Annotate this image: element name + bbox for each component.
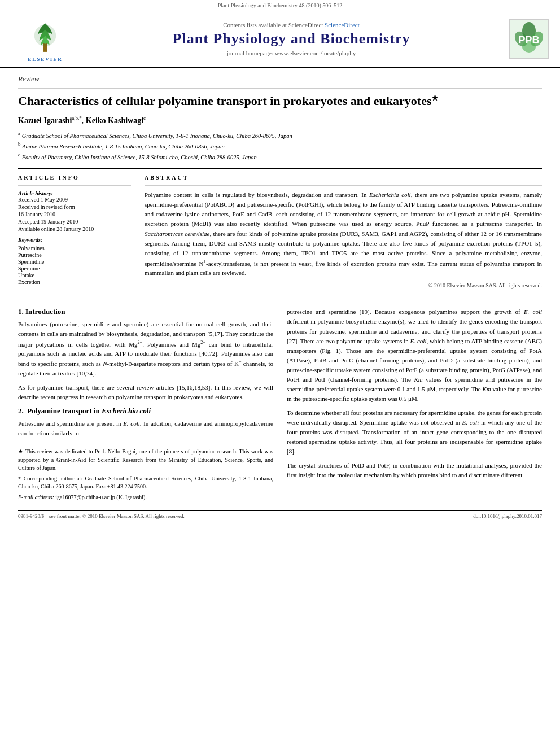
- author-igarashi: Kazuei Igarashi: [18, 116, 72, 125]
- right-p3: The crystal structures of PotD and PotF,…: [287, 461, 542, 480]
- keyword-1: Putrescine: [18, 252, 131, 258]
- title-divider: [18, 88, 542, 89]
- copyright-notice: © 2010 Elsevier Masson SAS. All rights r…: [145, 282, 542, 289]
- section-type-label: Review: [18, 75, 542, 84]
- info-abstract-cols: ARTICLE INFO Article history: Received 1…: [18, 174, 542, 289]
- keyword-4: Uptake: [18, 272, 131, 278]
- affiliation-b: b Amine Pharma Research Institute, 1-8-1…: [18, 141, 542, 151]
- affil-sup-c: c: [143, 115, 146, 121]
- section2-p1: Putrescine and spermidine are present in…: [18, 419, 273, 438]
- abstract-title: ABSTRACT: [145, 174, 542, 181]
- issn-text: 0981-9428/$ – see front matter © 2010 El…: [18, 513, 185, 519]
- elsevier-logo: ELSEVIER: [11, 16, 79, 62]
- content-divider: [18, 168, 542, 169]
- bottom-bar: 0981-9428/$ – see front matter © 2010 El…: [18, 510, 542, 519]
- right-p1: putrescine and spermidine [19]. Because …: [287, 307, 542, 403]
- body-divider: [18, 298, 542, 298]
- journal-header-center: Contents lists available at ScienceDirec…: [79, 21, 504, 56]
- article-info-col: ARTICLE INFO Article history: Received 1…: [18, 174, 131, 289]
- doi-text: doi:10.1016/j.plaphy.2010.01.017: [473, 513, 542, 519]
- footnote-email: E-mail address: iga16077@p.chiba-u.ac.jp…: [18, 493, 273, 502]
- body-col-left: 1. Introduction Polyamines (putrescine, …: [18, 307, 273, 504]
- footnote-0: ★ This review was dedicated to Prof. Nel…: [18, 448, 273, 473]
- footnote-1: * Corresponding author at: Graduate Scho…: [18, 475, 273, 491]
- article-history: Article history: Received 1 May 2009 Rec…: [18, 190, 131, 232]
- keyword-5: Excretion: [18, 279, 131, 285]
- main-content: Review Characteristics of cellular polya…: [0, 68, 560, 530]
- authors-line: Kazuei Igarashia,b,*, Keiko Kashiwagic: [18, 115, 542, 125]
- right-p2: To determine whether all four proteins a…: [287, 408, 542, 456]
- sciencedirect-link[interactable]: ScienceDirect: [325, 21, 360, 28]
- affiliations: a Graduate School of Pharmaceutical Scie…: [18, 130, 542, 162]
- abstract-col: ABSTRACT Polyamine content in cells is r…: [145, 174, 542, 289]
- keywords-label: Keywords:: [18, 237, 131, 243]
- sciencedirect-label: Contents lists available at ScienceDirec…: [79, 21, 504, 28]
- history-row-2: 16 January 2010: [18, 211, 131, 217]
- history-row-1: Received in revised form: [18, 204, 131, 210]
- body-section: 1. Introduction Polyamines (putrescine, …: [18, 307, 542, 504]
- abstract-divider: [145, 185, 542, 186]
- info-divider: [18, 185, 131, 186]
- journal-homepage: journal homepage: www.elsevier.com/locat…: [79, 50, 504, 56]
- top-bar: Plant Physiology and Biochemistry 48 (20…: [0, 0, 560, 10]
- keyword-3: Spermine: [18, 265, 131, 272]
- body-col-right: putrescine and spermidine [19]. Because …: [287, 307, 542, 504]
- svg-text:PPB: PPB: [518, 34, 539, 46]
- journal-header: ELSEVIER Contents lists available at Sci…: [0, 10, 560, 68]
- keyword-0: Polyamines: [18, 245, 131, 251]
- elsevier-tree-icon: [25, 16, 65, 55]
- elsevier-text: ELSEVIER: [28, 56, 63, 62]
- intro-p2: As for polyamine transport, there are se…: [18, 383, 273, 402]
- keyword-2: Spermidine: [18, 259, 131, 265]
- journal-title: Plant Physiology and Biochemistry: [79, 30, 504, 47]
- affiliation-a: a Graduate School of Pharmaceutical Scie…: [18, 130, 542, 140]
- article-info-title: ARTICLE INFO: [18, 174, 131, 181]
- intro-p1: Polyamines (putrescine, spermidine and s…: [18, 320, 273, 378]
- history-row-4: Available online 28 January 2010: [18, 226, 131, 232]
- history-label: Article history:: [18, 190, 131, 196]
- intro-heading: 1. Introduction: [18, 307, 273, 316]
- abstract-text: Polyamine content in cells is regulated …: [145, 190, 542, 278]
- footnotes: ★ This review was dedicated to Prof. Nel…: [18, 444, 273, 501]
- affiliation-c: c Faculty of Pharmacy, Chiba Institute o…: [18, 151, 542, 161]
- author-kashiwagi: Keiko Kashiwagi: [86, 116, 143, 125]
- history-row-0: Received 1 May 2009: [18, 196, 131, 203]
- section2-heading: 2. Polyamine transport in Escherichia co…: [18, 407, 273, 416]
- history-row-3: Accepted 19 January 2010: [18, 219, 131, 225]
- ppb-logo: PPB: [509, 19, 549, 59]
- article-title: Characteristics of cellular polyamine tr…: [18, 93, 542, 110]
- ppb-logo-container: PPB: [504, 19, 549, 59]
- journal-citation: Plant Physiology and Biochemistry 48 (20…: [218, 2, 343, 8]
- affil-sup-a: a,b,*: [72, 115, 82, 121]
- ppb-logo-graphic: PPB: [510, 20, 548, 58]
